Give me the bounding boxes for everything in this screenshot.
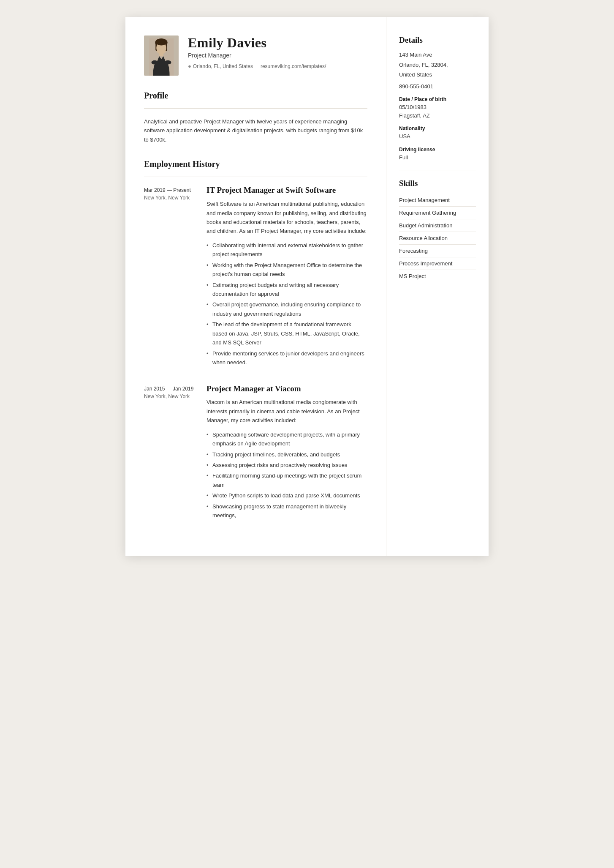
job-content-1: IT Project Manager at Swift Software Swi… — [206, 186, 367, 368]
job-bullets-2: Spearheading software development projec… — [206, 430, 367, 520]
job-bullets-1: Collaborating with internal and external… — [206, 241, 367, 367]
bullet-1-4: Overall project governance, including en… — [206, 300, 367, 318]
job-location-2: New York, New York — [144, 393, 206, 399]
main-column: Emily Davies Project Manager ● Orlando, … — [125, 17, 386, 556]
header-info: Emily Davies Project Manager ● Orlando, … — [188, 35, 367, 69]
driving-value: Full — [399, 153, 476, 162]
header-location: ● Orlando, FL, United States — [188, 63, 253, 69]
skill-3: Budget Administration — [399, 219, 476, 232]
dob-label: Date / Place of birth — [399, 96, 476, 102]
bullet-1-6: Provide mentoring services to junior dev… — [206, 349, 367, 367]
employment-divider — [144, 177, 367, 177]
employment-section: Employment History Mar 2019 — Present Ne… — [144, 159, 367, 521]
svg-point-8 — [152, 60, 158, 65]
driving-label: Driving license — [399, 147, 476, 153]
candidate-name: Emily Davies — [188, 35, 367, 50]
dob-value: 05/10/1983 — [399, 103, 476, 112]
bullet-2-3: Assessing project risks and proactively … — [206, 461, 367, 469]
sidebar-divider — [399, 170, 476, 170]
address-line1: 143 Main Ave — [399, 51, 476, 59]
address-line3: United States — [399, 71, 476, 79]
job-date-1: Mar 2019 — Present — [144, 187, 206, 193]
sidebar-column: Details 143 Main Ave Orlando, FL, 32804,… — [386, 17, 489, 556]
job-title-2: Project Manager at Viacom — [206, 384, 367, 394]
website-text: resumeviking.com/templates/ — [261, 63, 326, 69]
svg-point-9 — [165, 60, 171, 65]
address-line2: Orlando, FL, 32804, — [399, 61, 476, 69]
job-entry-1: Mar 2019 — Present New York, New York IT… — [144, 186, 367, 368]
bullet-1-1: Collaborating with internal and external… — [206, 241, 367, 259]
job-meta-2: Jan 2015 — Jan 2019 New York, New York — [144, 384, 206, 522]
skill-1: Project Management — [399, 194, 476, 207]
profile-section: Profile Analytical and proactive Project… — [144, 91, 367, 144]
bullet-2-1: Spearheading software development projec… — [206, 430, 367, 448]
skills-title: Skills — [399, 179, 476, 188]
skill-4: Resource Allocation — [399, 232, 476, 245]
bullet-1-3: Estimating project budgets and writing a… — [206, 281, 367, 299]
avatar — [144, 35, 179, 76]
location-icon: ● — [188, 63, 191, 69]
skill-5: Forecasting — [399, 245, 476, 257]
job-location-1: New York, New York — [144, 195, 206, 201]
skill-7: MS Project — [399, 270, 476, 282]
candidate-title: Project Manager — [188, 52, 367, 59]
job-title-1: IT Project Manager at Swift Software — [206, 186, 367, 195]
bullet-2-6: Showcasing progress to state management … — [206, 502, 367, 520]
job-entry-2: Jan 2015 — Jan 2019 New York, New York P… — [144, 384, 367, 522]
job-date-2: Jan 2015 — Jan 2019 — [144, 386, 206, 392]
header-meta: ● Orlando, FL, United States resumevikin… — [188, 63, 367, 69]
job-content-2: Project Manager at Viacom Viacom is an A… — [206, 384, 367, 522]
pob-value: Flagstaff, AZ — [399, 112, 476, 120]
profile-divider — [144, 108, 367, 109]
location-text: Orlando, FL, United States — [193, 63, 253, 69]
job-meta-1: Mar 2019 — Present New York, New York — [144, 186, 206, 368]
nationality-value: USA — [399, 132, 476, 141]
details-title: Details — [399, 35, 476, 45]
profile-text: Analytical and proactive Project Manager… — [144, 117, 367, 144]
skill-6: Process Improvement — [399, 257, 476, 270]
employment-title: Employment History — [144, 159, 367, 171]
bullet-2-2: Tracking project timelines, deliverables… — [206, 450, 367, 459]
bullet-2-4: Facilitating morning stand-up meetings w… — [206, 471, 367, 489]
bullet-2-5: Wrote Python scripts to load data and pa… — [206, 491, 367, 500]
bullet-1-2: Working with the Project Management Offi… — [206, 261, 367, 279]
job-desc-2: Viacom is an American multinational medi… — [206, 398, 367, 425]
job-desc-1: Swift Software is an American multinatio… — [206, 199, 367, 236]
svg-point-6 — [156, 39, 166, 46]
skill-2: Requirement Gathering — [399, 207, 476, 219]
svg-rect-7 — [159, 53, 163, 56]
bullet-1-5: The lead of the development of a foundat… — [206, 320, 367, 347]
header-section: Emily Davies Project Manager ● Orlando, … — [144, 35, 367, 76]
phone: 890-555-0401 — [399, 82, 476, 91]
resume-card: Emily Davies Project Manager ● Orlando, … — [125, 17, 489, 556]
nationality-label: Nationality — [399, 126, 476, 131]
avatar-image — [149, 38, 174, 76]
profile-title: Profile — [144, 91, 367, 102]
